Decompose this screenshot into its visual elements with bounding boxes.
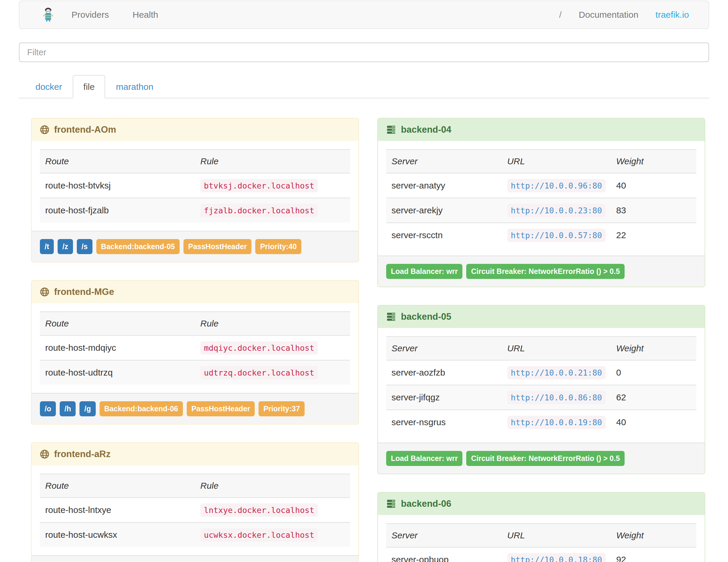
server-weight: 40	[611, 173, 697, 198]
entrypoint-badge: /g	[79, 401, 95, 416]
backend-card-header: backend-05	[378, 306, 705, 328]
rule-code: btvksj.docker.localhost	[200, 179, 318, 192]
server-url-code: http://10.0.0.96:80	[507, 179, 606, 192]
tab-link-marathon[interactable]: marathon	[105, 75, 164, 98]
server-weight: 83	[611, 198, 697, 223]
backend-setting-badge: Circuit Breaker: NetworkErrorRatio () > …	[466, 264, 625, 279]
column-header-url: URL	[502, 337, 611, 360]
backend-title: backend-04	[401, 124, 451, 135]
backend-card-header: backend-04	[378, 118, 705, 141]
tab-link-docker[interactable]: docker	[25, 75, 73, 98]
column-header-route: Route	[40, 150, 195, 173]
frontend-card: frontend-MGe Route Rule route-host-mdqiy…	[31, 280, 359, 425]
server-url-link[interactable]: http://10.0.0.23:80	[507, 205, 606, 215]
server-stack-icon	[386, 125, 396, 134]
route-name: route-host-btvksj	[40, 173, 195, 198]
traefik-dashboard-page: Providers Health / Documentation traefik…	[0, 0, 728, 562]
servers-table: Server URL Weight server-opbuop http://1…	[386, 523, 696, 562]
frontend-card-footer: /b/g/y Backend:backend-04PassHostHeaderP…	[32, 555, 358, 562]
backend-card-footer: Load Balancer: wrrCircuit Breaker: Netwo…	[378, 443, 705, 474]
provider-tabs: docker file marathon	[19, 75, 709, 98]
route-row: route-host-mdqiyc mdqiyc.docker.localhos…	[40, 335, 350, 360]
tab-link-file[interactable]: file	[73, 75, 105, 98]
frontend-setting-badge: Backend:backend-06	[100, 401, 183, 416]
globe-icon	[40, 449, 49, 459]
servers-table: Server URL Weight server-anatyy http://1…	[386, 149, 696, 247]
frontend-setting-badge: PassHostHeader	[183, 239, 252, 254]
column-header-rule: Rule	[195, 474, 350, 498]
frontend-card-footer: /o/h/g Backend:backend-06PassHostHeaderP…	[32, 393, 358, 424]
server-stack-icon	[386, 312, 396, 321]
tab-marathon: marathon	[105, 75, 164, 98]
server-url-code: http://10.0.0.18:80	[507, 553, 606, 562]
column-header-rule: Rule	[195, 150, 350, 173]
column-header-route: Route	[40, 312, 195, 335]
backend-card-body: Server URL Weight server-aozfzb http://1…	[378, 328, 705, 443]
server-row: server-arekjy http://10.0.0.23:80 83	[386, 198, 696, 223]
nav-link-documentation[interactable]: Documentation	[579, 10, 638, 20]
route-name: route-host-lntxye	[40, 498, 195, 522]
frontend-setting-badge: Priority:40	[255, 239, 301, 254]
server-url-code: http://10.0.0.86:80	[507, 391, 606, 404]
backend-title: backend-06	[401, 498, 451, 509]
frontend-card-footer: /t/z/s Backend:backend-05PassHostHeaderP…	[32, 231, 358, 262]
route-name: route-host-udtrzq	[40, 360, 195, 385]
traefik-logo-icon	[43, 7, 54, 22]
server-row: server-jifqgz http://10.0.0.86:80 62	[386, 385, 696, 410]
frontend-setting-badge: PassHostHeader	[187, 401, 255, 416]
column-header-server: Server	[386, 524, 502, 547]
column-header-server: Server	[386, 337, 502, 360]
nav-link-health[interactable]: Health	[133, 10, 158, 20]
entrypoint-badge: /o	[40, 401, 56, 416]
server-url-code: http://10.0.0.19:80	[507, 416, 606, 429]
column-header-weight: Weight	[611, 150, 697, 173]
route-row: route-host-btvksj btvksj.docker.localhos…	[40, 173, 350, 198]
backend-card-body: Server URL Weight server-anatyy http://1…	[378, 141, 705, 256]
filter-input[interactable]	[19, 43, 709, 62]
frontend-card-body: Route Rule route-host-btvksj btvksj.dock…	[32, 141, 358, 231]
server-url-link[interactable]: http://10.0.0.86:80	[507, 392, 606, 402]
backend-setting-badge: Load Balancer: wrr	[386, 264, 462, 279]
routes-table: Route Rule route-host-btvksj btvksj.dock…	[40, 149, 350, 222]
frontend-setting-badge: Backend:backend-05	[96, 239, 180, 254]
entrypoint-badge: /z	[58, 239, 73, 254]
server-url-code: http://10.0.0.57:80	[507, 229, 606, 242]
rule-code: mdqiyc.docker.localhost	[200, 341, 318, 355]
server-name: server-rscctn	[386, 223, 502, 247]
frontend-title: frontend-aRz	[54, 449, 111, 459]
server-url-link[interactable]: http://10.0.0.21:80	[507, 368, 606, 377]
server-url-link[interactable]: http://10.0.0.57:80	[507, 230, 606, 240]
routes-table: Route Rule route-host-mdqiyc mdqiyc.dock…	[40, 311, 350, 385]
rule-code: lntxye.docker.localhost	[200, 503, 318, 517]
nav-link-providers[interactable]: Providers	[71, 10, 109, 20]
route-row: route-host-ucwksx ucwksx.docker.localhos…	[40, 522, 350, 547]
route-name: route-host-ucwksx	[40, 522, 195, 547]
server-name: server-aozfzb	[386, 360, 502, 385]
server-url-link[interactable]: http://10.0.0.19:80	[507, 417, 606, 427]
tab-docker: docker	[25, 75, 73, 98]
route-name: route-host-mdqiyc	[40, 335, 195, 360]
frontend-card-header: frontend-aRz	[32, 443, 358, 465]
frontends-column: frontend-AOm Route Rule route-host-btvks…	[31, 118, 359, 562]
server-url-code: http://10.0.0.21:80	[507, 366, 606, 379]
backend-card: backend-06 Server URL Weight server-opbu…	[377, 492, 705, 562]
backends-column: backend-04 Server URL Weight server-anat…	[377, 118, 705, 562]
route-row: route-host-fjzalb fjzalb.docker.localhos…	[40, 198, 350, 222]
backend-setting-badge: Load Balancer: wrr	[386, 451, 462, 466]
content: frontend-AOm Route Rule route-host-btvks…	[31, 118, 728, 562]
route-row: route-host-lntxye lntxye.docker.localhos…	[40, 498, 350, 522]
server-weight: 40	[611, 410, 697, 434]
routes-table-header-row: Route Rule	[40, 150, 350, 173]
nav-link-traefik-io[interactable]: traefik.io	[656, 10, 689, 20]
server-url-link[interactable]: http://10.0.0.96:80	[507, 181, 606, 190]
frontend-card: frontend-AOm Route Rule route-host-btvks…	[31, 118, 359, 262]
server-name: server-opbuop	[386, 547, 502, 562]
backend-setting-badge: Circuit Breaker: NetworkErrorRatio () > …	[466, 451, 625, 466]
rule-code: udtrzq.docker.localhost	[200, 366, 318, 379]
frontend-title: frontend-MGe	[54, 287, 114, 297]
nav-separator: /	[559, 10, 561, 20]
server-row: server-rscctn http://10.0.0.57:80 22	[386, 223, 696, 247]
server-url-link[interactable]: http://10.0.0.18:80	[507, 555, 606, 562]
server-row: server-anatyy http://10.0.0.96:80 40	[386, 173, 696, 198]
column-header-weight: Weight	[611, 524, 696, 547]
